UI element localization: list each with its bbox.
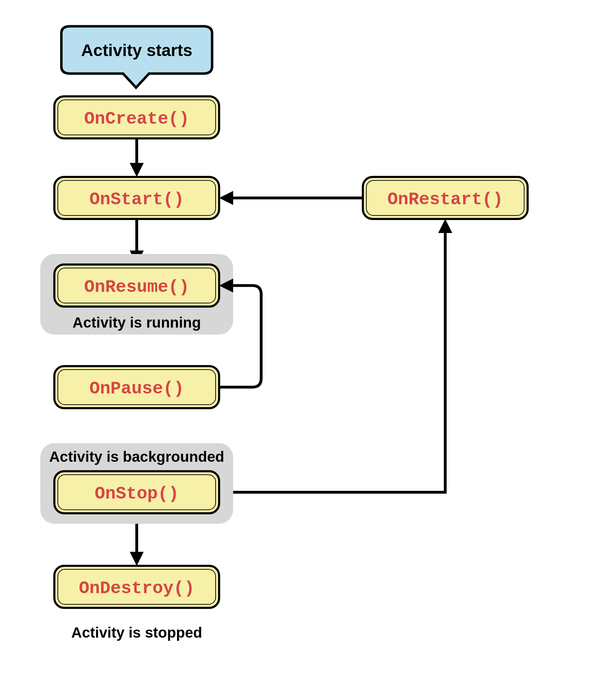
onrestart-label: OnRestart() (387, 190, 503, 210)
stopped-label: Activity is stopped (71, 624, 202, 641)
running-group: OnResume() Activity is running (40, 254, 233, 335)
arrow-onstop-ondestroy (130, 524, 144, 566)
ondestroy-label: OnDestroy() (79, 578, 195, 598)
arrow-onstop-onrestart (233, 219, 452, 492)
onstart-label: OnStart() (89, 190, 184, 210)
onstop-label: OnStop() (95, 484, 179, 504)
arrow-onrestart-onstart (219, 191, 363, 205)
start-node: Activity starts (61, 26, 212, 88)
oncreate-node: OnCreate() (54, 96, 219, 138)
onpause-label: OnPause() (89, 379, 184, 399)
onstop-node: OnStop() (54, 471, 219, 513)
backgrounded-label: Activity is backgrounded (49, 448, 224, 465)
onstart-node: OnStart() (54, 177, 219, 219)
onpause-node: OnPause() (54, 366, 219, 408)
ondestroy-node: OnDestroy() (54, 566, 219, 608)
backgrounded-group: Activity is backgrounded OnStop() (40, 443, 233, 524)
onrestart-node: OnRestart() (363, 177, 528, 219)
running-label: Activity is running (73, 314, 201, 331)
start-label: Activity starts (81, 41, 192, 60)
onresume-node: OnResume() (54, 265, 219, 307)
oncreate-label: OnCreate() (84, 109, 189, 129)
arrow-oncreate-onstart (130, 138, 144, 177)
onresume-label: OnResume() (84, 277, 189, 297)
